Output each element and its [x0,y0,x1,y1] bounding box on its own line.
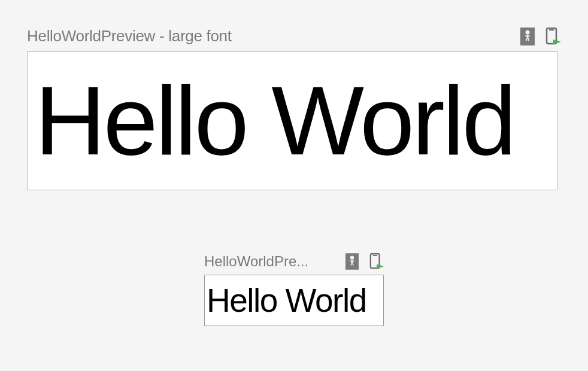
svg-point-1 [526,30,530,34]
preview-actions-normal [345,253,384,270]
preview-header: HelloWorldPreview - large font [27,27,561,45]
deploy-to-device-button-normal[interactable] [369,253,384,270]
interactive-preview-icon [520,28,535,45]
preview-block-normal: HelloWorldPre... [0,253,588,326]
preview-text-normal: Hello World [207,284,366,317]
preview-text-large: Hello World [35,72,514,170]
interactive-preview-icon [345,253,359,270]
deploy-to-device-icon [545,28,561,45]
preview-canvas-normal[interactable]: Hello World [204,275,384,326]
preview-header-normal: HelloWorldPre... [204,253,384,270]
preview-actions [520,28,561,45]
preview-title-large: HelloWorldPreview - large font [27,27,232,45]
preview-block-large-font: HelloWorldPreview - large font [0,0,588,190]
svg-rect-3 [549,29,554,31]
deploy-to-device-button[interactable] [545,28,561,45]
interactive-preview-button[interactable] [520,28,535,45]
preview-title-normal: HelloWorldPre... [204,253,308,270]
preview-panel: HelloWorldPreview - large font [0,0,588,326]
svg-point-5 [350,256,354,259]
preview-canvas-large[interactable]: Hello World [27,51,557,190]
svg-rect-7 [373,255,377,256]
interactive-preview-button-normal[interactable] [345,253,359,270]
deploy-to-device-icon [369,253,384,270]
